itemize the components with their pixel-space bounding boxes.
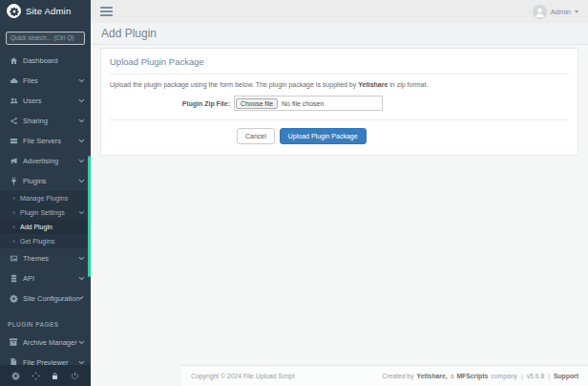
chevron-down-icon	[78, 339, 83, 344]
home-icon	[8, 56, 19, 65]
menu-toggle-icon[interactable]	[100, 7, 113, 16]
bullet-icon	[12, 240, 15, 243]
choose-file-button[interactable]: Choose file	[236, 98, 278, 109]
chevron-down-icon	[78, 209, 83, 214]
fullscreen-icon[interactable]	[32, 372, 40, 380]
submenu-item-add-plugin[interactable]: Add Plugin	[0, 220, 91, 234]
file-status-text: No file chosen	[278, 100, 324, 107]
sidebar-item-users[interactable]: Users	[0, 91, 91, 111]
sidebar-item-themes[interactable]: Themes	[0, 248, 91, 268]
bullet-icon	[12, 225, 15, 228]
submenu-item-manage-plugins[interactable]: Manage Plugins	[0, 191, 91, 205]
mfscripts-link[interactable]: MFScripts	[456, 373, 488, 379]
sidebar-item-sharing[interactable]: Sharing	[0, 111, 91, 131]
sidebar-item-files[interactable]: Files	[0, 71, 91, 91]
sidebar-bottom-bar	[0, 365, 91, 386]
button-row: Cancel Upload Plugin Package	[110, 119, 569, 146]
sidebar-item-advertising[interactable]: Advertising	[0, 151, 91, 171]
chevron-down-icon	[79, 295, 83, 299]
sidebar-item-file-servers[interactable]: File Servers	[0, 131, 91, 151]
server-icon	[8, 137, 19, 145]
yetishare-logo-icon	[7, 4, 21, 18]
submenu-item-get-plugins[interactable]: Get Plugins	[0, 234, 91, 248]
admin-app: Site Admin Dashboard Files Users Shar	[0, 0, 588, 386]
lock-icon[interactable]	[51, 372, 59, 380]
support-link[interactable]: Support	[554, 373, 578, 379]
sidebar: Site Admin Dashboard Files Users Shar	[0, 0, 91, 386]
image-icon	[8, 254, 19, 263]
sidebar-item-api[interactable]: API	[0, 268, 91, 289]
user-label: Admin	[551, 8, 571, 16]
database-icon	[8, 274, 19, 283]
main-area: Admin Add Plugin Upload Plugin Package U…	[91, 0, 588, 386]
sidebar-item-archive-manager[interactable]: Archive Manager	[0, 332, 91, 353]
megaphone-icon	[8, 157, 19, 165]
upload-plugin-card: Upload Plugin Package Upload the plugin …	[100, 48, 578, 156]
avatar	[533, 5, 547, 19]
chevron-down-icon	[78, 138, 83, 142]
copyright-text: Copyright © 2024 File Upload Script	[191, 373, 295, 379]
brand-name: Site Admin	[26, 6, 71, 16]
plugin-zip-file-input[interactable]: Choose file No file chosen	[234, 96, 383, 111]
chevron-down-icon	[78, 77, 83, 82]
cloud-icon	[8, 76, 19, 85]
plugin-zip-row: Plugin Zip File: Choose file No file cho…	[110, 96, 569, 111]
sidebar-item-site-configuration[interactable]: Site Configuration	[0, 289, 91, 309]
plug-icon	[8, 177, 19, 185]
archive-icon	[8, 337, 19, 347]
plugins-submenu: Manage Plugins Plugin Settings Add Plugi…	[0, 191, 91, 248]
chevron-down-icon	[78, 178, 83, 182]
gear-icon	[8, 294, 19, 303]
users-icon	[8, 96, 19, 105]
upload-plugin-package-button[interactable]: Upload Plugin Package	[280, 128, 367, 144]
topbar: Admin	[91, 0, 588, 23]
user-menu[interactable]: Admin	[533, 5, 578, 19]
yetishare-link[interactable]: Yetishare,	[417, 373, 448, 379]
sidebar-item-dashboard[interactable]: Dashboard	[0, 51, 91, 71]
footer: Copyright © 2024 File Upload Script Crea…	[181, 365, 588, 386]
yetishare-name: Yetishare	[358, 81, 388, 88]
power-icon[interactable]	[71, 372, 79, 380]
chevron-down-icon	[78, 97, 83, 102]
footer-credits: Created by Yetishare, a MFScripts compan…	[382, 373, 578, 379]
chevron-down-icon	[78, 275, 83, 280]
settings-icon[interactable]	[11, 372, 20, 380]
version-text: v5.6.8	[527, 373, 545, 379]
cancel-button[interactable]: Cancel	[237, 128, 275, 144]
chevron-down-icon	[78, 255, 83, 260]
bullet-icon	[12, 211, 15, 214]
chevron-down-icon	[78, 158, 83, 162]
sidebar-nav: Dashboard Files Users Sharing File Serve…	[0, 51, 91, 386]
chevron-down-icon	[78, 359, 83, 364]
chevron-down-icon	[78, 118, 83, 122]
card-heading: Upload Plugin Package	[110, 56, 569, 75]
section-label-plugin-pages: PLUGIN PAGES	[0, 309, 91, 332]
brand[interactable]: Site Admin	[0, 0, 91, 22]
bullet-icon	[12, 197, 15, 200]
card-description: Upload the plugin package using the form…	[110, 81, 569, 88]
sidebar-item-plugins[interactable]: Plugins	[0, 171, 91, 191]
quick-search-input[interactable]	[6, 32, 85, 45]
submenu-item-plugin-settings[interactable]: Plugin Settings	[0, 205, 91, 220]
share-icon	[8, 117, 19, 125]
page-title: Add Plugin	[101, 27, 157, 40]
page-title-bar: Add Plugin	[91, 23, 588, 45]
caret-down-icon	[575, 11, 578, 13]
plugin-zip-label: Plugin Zip File:	[110, 100, 234, 107]
